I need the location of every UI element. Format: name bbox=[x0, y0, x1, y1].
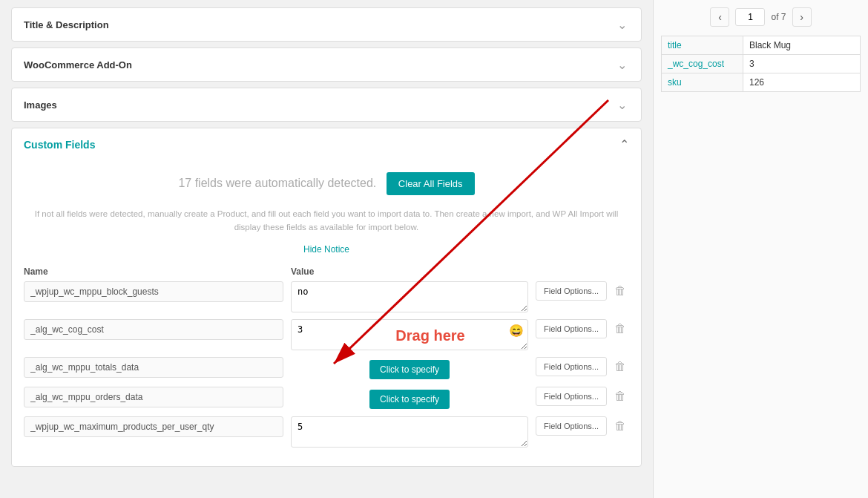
field-actions: Field Options... 🗑 bbox=[536, 281, 629, 301]
chevron-down-icon: ⌄ bbox=[614, 17, 629, 32]
preview-table-row: titleBlack Mug bbox=[662, 36, 861, 55]
field-value-input[interactable]: 5 bbox=[291, 416, 528, 448]
custom-fields-title: Custom Fields bbox=[24, 139, 95, 151]
field-actions: Field Options... 🗑 bbox=[536, 319, 629, 338]
field-options-button[interactable]: Field Options... bbox=[536, 319, 607, 338]
delete-field-button[interactable]: 🗑 bbox=[611, 416, 629, 436]
custom-fields-section: Custom Fields ⌃ 17 fields were automatic… bbox=[11, 128, 642, 467]
prev-page-button[interactable]: ‹ bbox=[710, 7, 729, 27]
next-page-button[interactable]: › bbox=[792, 7, 812, 27]
field-name-input[interactable] bbox=[24, 319, 283, 340]
detection-text: 17 fields were automatically detected. bbox=[178, 177, 376, 189]
images-label: Images bbox=[24, 99, 57, 111]
field-options-button[interactable]: Field Options... bbox=[536, 416, 607, 436]
field-value-area: 3 😄 Drag here bbox=[291, 319, 528, 353]
preview-table-row: sku126 bbox=[662, 73, 861, 92]
custom-fields-header: Custom Fields ⌃ bbox=[12, 128, 641, 160]
field-actions: Field Options... 🗑 bbox=[536, 387, 629, 406]
pagination-bar: ‹ of 7 › bbox=[661, 7, 861, 27]
fields-header-row: Name Value bbox=[24, 262, 629, 281]
col-value-label: Value bbox=[291, 266, 540, 277]
title-description-header[interactable]: Title & Description ⌄ bbox=[12, 8, 641, 41]
field-row: 5 Field Options... 🗑 bbox=[24, 416, 629, 450]
right-panel: ‹ of 7 › titleBlack Mug_wc_cog_cost3sku1… bbox=[653, 0, 868, 498]
woocommerce-label: WooCommerce Add-On bbox=[24, 59, 132, 71]
preview-key: title bbox=[662, 36, 743, 55]
field-value-area: Click to specify bbox=[291, 357, 528, 382]
clear-all-fields-button[interactable]: Clear All Fields bbox=[387, 172, 475, 195]
fields-table: Name Value no Field Options... 🗑 bbox=[12, 262, 641, 466]
field-row: no Field Options... 🗑 bbox=[24, 281, 629, 315]
field-actions: Field Options... 🗑 bbox=[536, 416, 629, 436]
notice-text: If not all fields were detected, manuall… bbox=[12, 201, 641, 240]
field-value-area: Click to specify bbox=[291, 387, 528, 412]
images-section: Images ⌄ bbox=[11, 88, 642, 122]
preview-key: sku bbox=[662, 73, 743, 92]
title-description-label: Title & Description bbox=[24, 19, 109, 30]
delete-field-button[interactable]: 🗑 bbox=[611, 281, 629, 301]
click-to-specify-button[interactable]: Click to specify bbox=[369, 360, 450, 379]
preview-key: _wc_cog_cost bbox=[662, 55, 743, 73]
preview-value: Black Mug bbox=[743, 36, 861, 55]
title-description-section: Title & Description ⌄ bbox=[11, 7, 642, 42]
field-value-input[interactable]: 3 bbox=[291, 319, 528, 350]
delete-field-button[interactable]: 🗑 bbox=[611, 357, 629, 376]
field-row: 3 😄 Drag here Field Options... 🗑 bbox=[24, 319, 629, 353]
smile-icon: 😄 bbox=[509, 324, 524, 338]
preview-table-row: _wc_cog_cost3 bbox=[662, 55, 861, 73]
field-value-area: no bbox=[291, 281, 528, 315]
hide-notice-area: Hide Notice bbox=[12, 240, 641, 262]
field-value-input[interactable]: no bbox=[291, 281, 528, 312]
preview-table: titleBlack Mug_wc_cog_cost3sku126 bbox=[661, 36, 861, 92]
page-input[interactable] bbox=[735, 8, 765, 26]
woocommerce-section: WooCommerce Add-On ⌄ bbox=[11, 47, 642, 82]
delete-field-button[interactable]: 🗑 bbox=[611, 387, 629, 406]
field-options-button[interactable]: Field Options... bbox=[536, 357, 607, 376]
field-options-button[interactable]: Field Options... bbox=[536, 387, 607, 406]
hide-notice-link[interactable]: Hide Notice bbox=[303, 244, 349, 255]
col-name-label: Name bbox=[24, 266, 283, 277]
chevron-down-icon: ⌄ bbox=[614, 97, 629, 112]
preview-value: 126 bbox=[743, 73, 861, 92]
chevron-down-icon: ⌄ bbox=[614, 57, 629, 72]
field-name-input[interactable] bbox=[24, 416, 283, 437]
field-row: Click to specify Field Options... 🗑 bbox=[24, 387, 629, 412]
field-name-input[interactable] bbox=[24, 387, 283, 407]
click-to-specify-button[interactable]: Click to specify bbox=[369, 390, 450, 409]
images-header[interactable]: Images ⌄ bbox=[12, 88, 641, 121]
field-name-input[interactable] bbox=[24, 281, 283, 302]
field-row: Click to specify Field Options... 🗑 bbox=[24, 357, 629, 382]
field-name-input[interactable] bbox=[24, 357, 283, 378]
woocommerce-header[interactable]: WooCommerce Add-On ⌄ bbox=[12, 48, 641, 81]
delete-field-button[interactable]: 🗑 bbox=[611, 319, 629, 338]
field-options-button[interactable]: Field Options... bbox=[536, 281, 607, 301]
chevron-up-icon[interactable]: ⌃ bbox=[619, 137, 629, 151]
preview-value: 3 bbox=[743, 55, 861, 73]
field-value-area: 5 bbox=[291, 416, 528, 450]
detection-banner: 17 fields were automatically detected. C… bbox=[12, 160, 641, 201]
field-actions: Field Options... 🗑 bbox=[536, 357, 629, 376]
of-total-text: of 7 bbox=[771, 12, 786, 22]
